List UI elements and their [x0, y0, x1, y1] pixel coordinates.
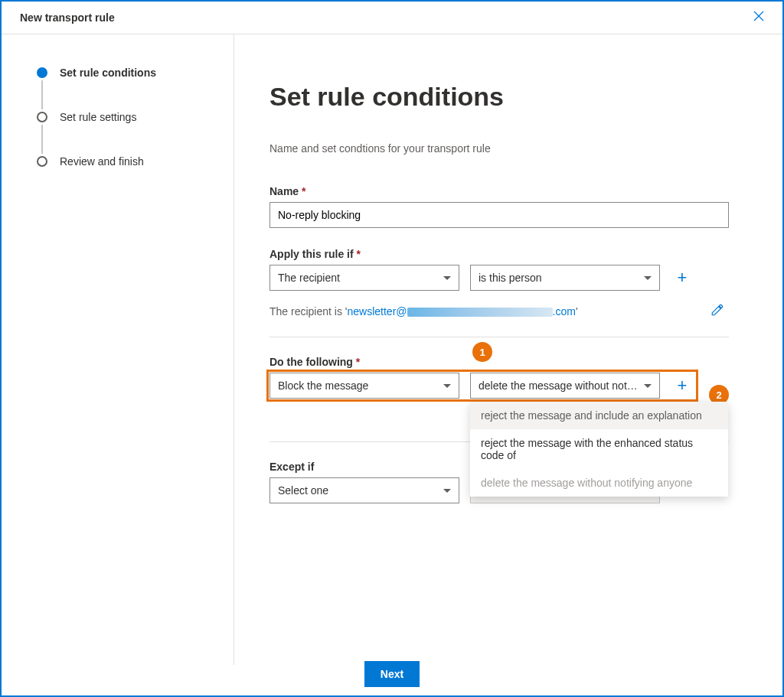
rule-name-input[interactable] — [270, 202, 729, 228]
condition-summary: The recipient is 'newsletter@.com' — [270, 305, 578, 318]
callout-1: 1 — [472, 342, 492, 362]
step-connector — [41, 80, 43, 109]
step-indicator-icon — [37, 156, 47, 167]
page-heading: Set rule conditions — [270, 82, 729, 112]
next-button[interactable]: Next — [364, 661, 420, 687]
divider — [270, 337, 729, 337]
step-indicator-icon — [37, 112, 47, 122]
except-condition-select[interactable]: Select one — [270, 477, 459, 503]
apply-condition-select[interactable]: The recipient — [270, 265, 459, 291]
page-subtext: Name and set condtions for your transpor… — [270, 142, 729, 155]
apply-value-select[interactable]: is this person — [470, 265, 660, 291]
add-action-button[interactable]: + — [671, 374, 694, 397]
plus-icon: + — [678, 268, 688, 288]
do-label: Do the following * — [270, 356, 729, 368]
step-conditions[interactable]: Set rule conditions — [37, 65, 234, 80]
plus-icon: + — [678, 376, 688, 396]
dropdown-option[interactable]: reject the message with the enhanced sta… — [470, 429, 728, 469]
panel-title: New transport rule — [20, 11, 115, 24]
close-icon[interactable] — [753, 11, 764, 24]
add-condition-button[interactable]: + — [671, 266, 694, 289]
step-connector — [41, 125, 43, 154]
name-label: Name * — [270, 185, 729, 197]
step-label: Review and finish — [60, 155, 144, 168]
chevron-down-icon — [644, 384, 652, 388]
chevron-down-icon — [443, 489, 451, 493]
step-indicator-active-icon — [37, 67, 47, 78]
step-settings[interactable]: Set rule settings — [37, 109, 234, 125]
chevron-down-icon — [443, 276, 451, 280]
step-review[interactable]: Review and finish — [37, 154, 234, 169]
apply-label: Apply this rule if * — [270, 248, 729, 260]
step-label: Set rule conditions — [60, 67, 156, 79]
dropdown-option[interactable]: delete the message without notifying any… — [470, 469, 728, 497]
action-type-select[interactable]: Block the message — [270, 373, 459, 399]
step-nav: Set rule conditions Set rule settings Re… — [2, 34, 234, 665]
step-label: Set rule settings — [60, 111, 136, 123]
action-value-dropdown[interactable]: reject the message and include an explan… — [470, 402, 728, 497]
dropdown-option[interactable]: reject the message and include an explan… — [470, 402, 728, 429]
action-value-select[interactable]: delete the message without notif... — [470, 373, 660, 399]
chevron-down-icon — [443, 384, 451, 388]
edit-condition-button[interactable] — [706, 298, 729, 321]
pencil-icon — [710, 303, 724, 317]
chevron-down-icon — [644, 276, 652, 280]
redacted-text — [407, 308, 553, 317]
